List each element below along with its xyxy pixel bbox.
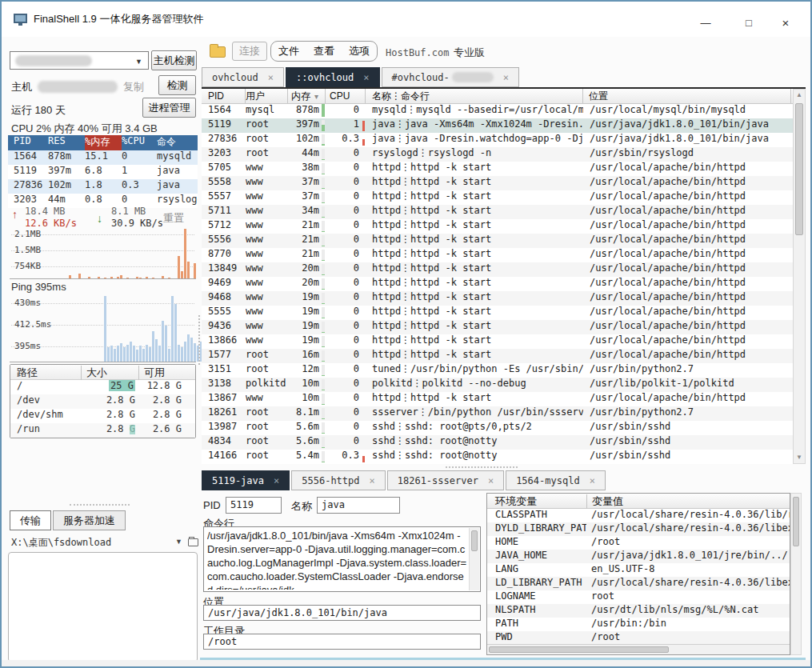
disk-row[interactable]: /dev2.8 G2.8 G xyxy=(10,394,195,409)
process-table-scrollbar[interactable]: ▲ ▼ xyxy=(793,89,806,464)
close-tab-icon[interactable]: × xyxy=(503,72,509,83)
check-button[interactable]: 检测 xyxy=(158,75,196,95)
process-row[interactable]: 3138polkitd10m0polkitd⋮polkitd --no-debu… xyxy=(202,378,793,392)
scroll-down-icon[interactable]: ▼ xyxy=(794,452,805,463)
process-row[interactable]: 13867www10m0httpd⋮httpd -k start/usr/loc… xyxy=(202,392,793,406)
process-row[interactable]: 5556www21m0httpd⋮httpd -k start/usr/loca… xyxy=(202,234,793,248)
session-tab-ovhcloud[interactable]: #ovhcloud-× xyxy=(382,67,519,87)
detail-tab-1564-mysqld[interactable]: 1564-mysqld× xyxy=(506,470,606,490)
detail-tab-5119-java[interactable]: 5119-java× xyxy=(202,470,290,490)
process-row[interactable]: 5705www38m0httpd⋮httpd -k start/usr/loca… xyxy=(202,162,793,176)
env-vscrollbar[interactable] xyxy=(790,493,802,655)
env-row[interactable]: LOGNAMEroot xyxy=(487,590,790,604)
reset-link[interactable]: 重置 xyxy=(163,211,184,226)
host-check-button[interactable]: 主机检测 xyxy=(151,50,197,70)
path-dropdown-icon[interactable]: ▼ xyxy=(175,538,182,546)
process-row[interactable]: 18261root8.1m0ssserver⋮/bin/python /usr/… xyxy=(202,406,793,421)
disk-row[interactable]: /dev/shm2.8 G2.8 G xyxy=(10,409,195,423)
scrollbar-thumb[interactable] xyxy=(471,530,478,551)
scrollbar-thumb[interactable] xyxy=(795,103,803,235)
disk-row[interactable]: /run2.8 G2.6 G xyxy=(10,423,195,438)
close-button[interactable]: × xyxy=(771,14,800,32)
env-row[interactable]: LANGen_US.UTF-8 xyxy=(487,563,790,577)
process-row[interactable]: 27836root102m0.3java⋮java -Dresin.watchd… xyxy=(202,133,793,147)
disk-row[interactable]: /25 G12.8 G xyxy=(10,380,195,394)
env-row[interactable]: PATH/usr/bin:/bin xyxy=(487,618,790,631)
sidebar-process-row[interactable]: 1564878m15.10mysqld xyxy=(8,150,198,165)
pro-version-link[interactable]: 专业版 xyxy=(454,46,485,60)
process-row[interactable]: 5555www19m0httpd⋮httpd -k start/usr/loca… xyxy=(202,306,793,320)
env-row[interactable]: PWD/root xyxy=(487,631,790,645)
column-header[interactable]: %内存 xyxy=(85,135,122,150)
minimize-button[interactable]: — xyxy=(691,14,720,32)
sidebar-process-row[interactable]: 27836102m1.80.3java xyxy=(8,179,198,194)
pid-field[interactable]: 5119 xyxy=(226,497,282,514)
process-row[interactable]: 9468www19m0httpd⋮httpd -k start/usr/loca… xyxy=(202,291,793,306)
process-row[interactable]: 1577root16m0httpd⋮httpd -k start/usr/loc… xyxy=(202,349,793,363)
process-row[interactable]: 5712www21m0httpd⋮httpd -k start/usr/loca… xyxy=(202,219,793,234)
working-dir-field[interactable]: /root xyxy=(203,634,481,650)
process-row[interactable]: 14166root5.4m0.3sshd⋮sshd: root@notty/us… xyxy=(202,450,793,464)
main-splitter-handle[interactable] xyxy=(446,466,518,468)
process-row[interactable]: 3151root12m0tuned⋮/usr/bin/python -Es /u… xyxy=(202,363,793,378)
sidebar-tab-[interactable]: 服务器加速 xyxy=(53,510,126,530)
menu-options[interactable]: 选项 xyxy=(349,44,370,58)
env-row[interactable]: NLSPATH/usr/dt/lib/nls/msg/%L/%N.cat xyxy=(487,604,790,618)
transfer-list-empty[interactable] xyxy=(8,552,198,662)
process-row[interactable]: 8770www21m0httpd⋮httpd -k start/usr/loca… xyxy=(202,248,793,262)
menu-view[interactable]: 查看 xyxy=(314,44,334,58)
sidebar-tab-[interactable]: 传输 xyxy=(10,510,51,530)
column-header[interactable]: 可用 xyxy=(138,366,186,380)
name-field[interactable]: java xyxy=(317,497,400,514)
folder-icon[interactable] xyxy=(210,46,226,58)
process-row[interactable]: 1564mysql878m0mysqld⋮mysqld --basedir=/u… xyxy=(202,104,793,118)
close-tab-icon[interactable]: × xyxy=(488,475,494,486)
process-row[interactable]: 9469www20m0httpd⋮httpd -k start/usr/loca… xyxy=(202,277,793,291)
column-header[interactable]: 名称⋮命令行 xyxy=(366,89,583,103)
download-path[interactable]: X:\桌面\fsdownload xyxy=(11,536,111,550)
scrollbar-thumb[interactable] xyxy=(489,646,669,653)
command-scrollbar[interactable] xyxy=(469,528,479,590)
copy-link[interactable]: 复制 xyxy=(123,80,144,94)
process-row[interactable]: 5557www37m0httpd⋮httpd -k start/usr/loca… xyxy=(202,190,793,205)
close-tab-icon[interactable]: × xyxy=(363,72,369,83)
env-row[interactable]: LD_LIBRARY_PATH/usr/local/share/resin-4.… xyxy=(487,577,790,590)
sidebar-splitter-handle[interactable] xyxy=(70,504,130,506)
vertical-splitter-handle[interactable] xyxy=(198,315,200,365)
process-row[interactable]: 13866www19m0httpd⋮httpd -k start/usr/loc… xyxy=(202,334,793,349)
process-row[interactable]: 5711www34m0httpd⋮httpd -k start/usr/loca… xyxy=(202,205,793,219)
column-header[interactable]: 大小 xyxy=(81,366,138,380)
column-header[interactable]: PID xyxy=(202,89,246,103)
column-header[interactable]: %CPU xyxy=(122,135,157,150)
env-row[interactable]: HOME/root xyxy=(487,536,790,550)
host-select-combo[interactable]: ▼ xyxy=(10,51,149,70)
process-row[interactable]: 5558www37m0httpd⋮httpd -k start/usr/loca… xyxy=(202,176,793,190)
column-header[interactable]: CPU xyxy=(326,89,366,103)
menu-file[interactable]: 文件 xyxy=(278,44,299,58)
process-row[interactable]: 13849www20m0httpd⋮httpd -k start/usr/loc… xyxy=(202,262,793,277)
location-field[interactable]: /usr/java/jdk1.8.0_101/bin/java xyxy=(203,605,481,621)
close-tab-icon[interactable]: × xyxy=(274,475,279,486)
close-tab-icon[interactable]: × xyxy=(590,475,595,486)
column-header[interactable]: 内存 xyxy=(288,89,326,103)
column-header[interactable]: 变量值 xyxy=(586,494,623,509)
env-row[interactable]: CLASSPATH/usr/local/share/resin-4.0.36/l… xyxy=(487,509,790,522)
process-row[interactable]: 3203root44m0rsyslogd⋮rsyslogd -n/usr/sbi… xyxy=(202,147,793,162)
column-header[interactable]: PID xyxy=(8,135,48,150)
detail-tab-18261-ssserver[interactable]: 18261-ssserver× xyxy=(387,470,504,490)
column-header[interactable]: 环境变量 xyxy=(487,494,586,509)
maximize-button[interactable]: □ xyxy=(734,14,763,32)
close-tab-icon[interactable]: × xyxy=(370,475,375,486)
env-row[interactable]: DYLD_LIBRARY_PATH/usr/local/share/resin-… xyxy=(487,522,790,536)
column-header[interactable]: 位置 xyxy=(583,89,791,103)
sidebar-process-row[interactable]: 5119397m6.81java xyxy=(8,165,198,179)
env-hscrollbar[interactable] xyxy=(487,644,790,654)
session-tab-ovhcloud[interactable]: ::ovhcloud× xyxy=(286,67,379,87)
column-header[interactable]: 命令 xyxy=(157,135,197,150)
session-tab-ovhcloud[interactable]: ovhcloud× xyxy=(202,67,284,87)
close-tab-icon[interactable]: × xyxy=(268,72,274,83)
process-row[interactable]: 4834root5.6m0sshd⋮sshd: root@notty/usr/s… xyxy=(202,435,793,450)
scroll-up-icon[interactable]: ▲ xyxy=(794,90,805,101)
process-row[interactable]: 9436www19m0httpd⋮httpd -k start/usr/loca… xyxy=(202,320,793,334)
detail-tab-5556-httpd[interactable]: 5556-httpd× xyxy=(291,470,385,490)
